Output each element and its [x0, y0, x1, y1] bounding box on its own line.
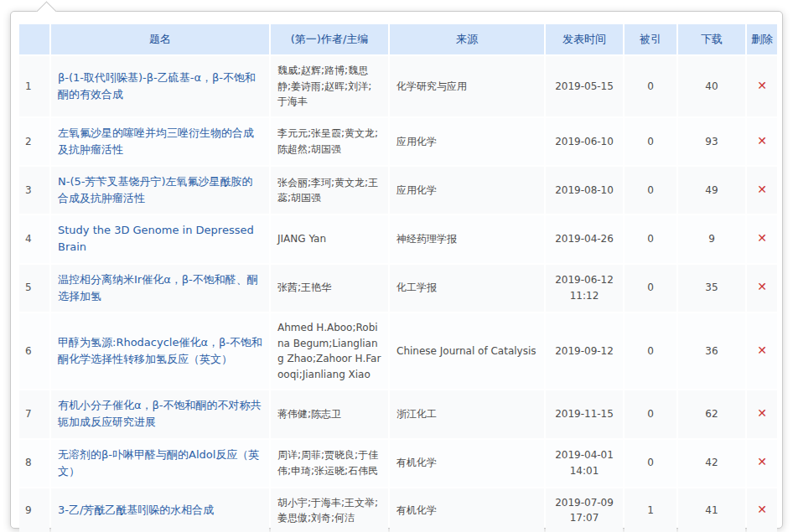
delete-cell: ✕: [747, 167, 777, 214]
row-number: 4: [19, 215, 49, 262]
delete-cell: ✕: [747, 390, 777, 437]
row-number: 8: [19, 440, 49, 487]
paper-title-link[interactable]: N-(5-芳苄叉基饶丹宁)左氧氟沙星酰胺的合成及抗肿瘤活性: [58, 175, 253, 204]
source-cell: 神经药理学报: [390, 215, 544, 262]
download-count-cell: 40: [678, 56, 745, 116]
header-authors: (第一)作者/主编: [271, 24, 388, 54]
source-cell: 应用化学: [390, 167, 544, 214]
table-row: 7 有机小分子催化α，β-不饱和酮的不对称共轭加成反应研究进展 蒋伟健;陈志卫 …: [19, 390, 777, 437]
cited-count-cell: 1: [625, 488, 676, 532]
delete-icon[interactable]: ✕: [757, 232, 767, 244]
delete-icon[interactable]: ✕: [757, 80, 767, 91]
delete-cell: ✕: [747, 265, 777, 312]
paper-title-link[interactable]: Study the 3D Genome in Depressed Brain: [58, 224, 254, 253]
cited-count-cell: 0: [625, 215, 676, 262]
paper-title-link[interactable]: 甲醇为氢源:Rhodacycle催化α，β-不饱和酮化学选择性转移加氢反应（英文…: [58, 336, 262, 365]
table-row: 1 β-(1-取代吲哚基)-β-乙硫基-α，β-不饱和酮的有效合成 魏威;赵辉;…: [19, 56, 777, 116]
authors-cell: 魏威;赵辉;路博;魏思静;姜诗雨;赵晖;刘洋;于海丰: [271, 56, 388, 116]
title-cell: β-(1-取代吲哚基)-β-乙硫基-α，β-不饱和酮的有效合成: [51, 56, 269, 116]
download-count-cell: 35: [678, 265, 745, 312]
cited-count-cell: 0: [625, 313, 676, 389]
delete-cell: ✕: [747, 488, 777, 532]
title-cell: 左氧氟沙星的噻唑并均三唑衍生物的合成及抗肿瘤活性: [51, 118, 269, 165]
authors-cell: 张会丽;李珂;黄文龙;王蕊;胡国强: [271, 167, 388, 214]
publish-date-cell: 2019-07-09 17:07: [546, 488, 623, 532]
header-publish-date: 发表时间: [546, 24, 623, 54]
delete-icon[interactable]: ✕: [757, 281, 767, 292]
header-index: [19, 24, 49, 54]
table-row: 8 无溶剂的β-卟啉甲醛与酮的Aldol反应（英文） 周详;周菲;贾晓良;于佳伟…: [19, 440, 777, 487]
row-number: 6: [19, 313, 49, 389]
delete-icon[interactable]: ✕: [757, 344, 767, 356]
table-row: 9 3-乙/芳酰乙酰基吲哚的水相合成 胡小宇;于海丰;王文举;姜思傲;刘奇;何洁…: [19, 488, 777, 532]
cited-count-cell: 0: [625, 390, 676, 437]
row-number: 1: [19, 56, 49, 116]
title-cell: 3-乙/芳酰乙酰基吲哚的水相合成: [51, 488, 269, 532]
authors-cell: 李元元;张呈霞;黄文龙;陈超然;胡国强: [271, 118, 388, 165]
delete-cell: ✕: [747, 118, 777, 165]
header-title: 题名: [51, 24, 269, 54]
paper-title-link[interactable]: 无溶剂的β-卟啉甲醛与酮的Aldol反应（英文）: [58, 448, 259, 478]
paper-title-link[interactable]: 温控相分离纳米Ir催化α，β-不饱和醛、酮选择加氢: [58, 273, 258, 302]
cited-count-cell: 0: [625, 118, 676, 165]
source-cell: 有机化学: [390, 488, 544, 532]
publish-date-cell: 2019-09-12: [546, 313, 623, 389]
authors-cell: 胡小宇;于海丰;王文举;姜思傲;刘奇;何洁: [271, 488, 388, 532]
results-popup-panel: 题名 (第一)作者/主编 来源 发表时间 被引 下载 删除 1 β-(1-取代吲…: [10, 11, 783, 529]
title-cell: 无溶剂的β-卟啉甲醛与酮的Aldol反应（英文）: [51, 440, 269, 487]
download-count-cell: 49: [678, 167, 745, 214]
title-cell: 温控相分离纳米Ir催化α，β-不饱和醛、酮选择加氢: [51, 265, 269, 312]
publish-date-cell: 2019-06-10: [546, 118, 623, 165]
table-row: 5 温控相分离纳米Ir催化α，β-不饱和醛、酮选择加氢 张茜;王艳华 化工学报 …: [19, 265, 777, 312]
publish-date-cell: 2019-04-26: [546, 215, 623, 262]
cited-count-cell: 0: [625, 56, 676, 116]
delete-icon[interactable]: ✕: [757, 456, 767, 467]
download-count-cell: 41: [678, 488, 745, 532]
delete-icon[interactable]: ✕: [757, 135, 767, 147]
download-count-cell: 93: [678, 118, 745, 165]
row-number: 7: [19, 390, 49, 437]
delete-icon[interactable]: ✕: [757, 407, 767, 419]
publish-date-cell: 2019-08-10: [546, 167, 623, 214]
header-download: 下载: [678, 24, 745, 54]
source-cell: Chinese Journal of Catalysis: [390, 313, 544, 389]
header-cited: 被引: [625, 24, 676, 54]
table-row: 4 Study the 3D Genome in Depressed Brain…: [19, 215, 777, 262]
source-cell: 化工学报: [390, 265, 544, 312]
title-cell: N-(5-芳苄叉基饶丹宁)左氧氟沙星酰胺的合成及抗肿瘤活性: [51, 167, 269, 214]
table-row: 6 甲醇为氢源:Rhodacycle催化α，β-不饱和酮化学选择性转移加氢反应（…: [19, 313, 777, 389]
cited-count-cell: 0: [625, 167, 676, 214]
table-row: 3 N-(5-芳苄叉基饶丹宁)左氧氟沙星酰胺的合成及抗肿瘤活性 张会丽;李珂;黄…: [19, 167, 777, 214]
row-number: 2: [19, 118, 49, 165]
delete-icon[interactable]: ✕: [757, 183, 767, 195]
publish-date-cell: 2019-11-15: [546, 390, 623, 437]
download-count-cell: 36: [678, 313, 745, 389]
download-count-cell: 42: [678, 440, 745, 487]
download-count-cell: 9: [678, 215, 745, 262]
paper-title-link[interactable]: 左氧氟沙星的噻唑并均三唑衍生物的合成及抗肿瘤活性: [58, 127, 254, 156]
title-cell: 有机小分子催化α，β-不饱和酮的不对称共轭加成反应研究进展: [51, 390, 269, 437]
authors-cell: 张茜;王艳华: [271, 265, 388, 312]
source-cell: 应用化学: [390, 118, 544, 165]
header-source: 来源: [390, 24, 544, 54]
table-header-row: 题名 (第一)作者/主编 来源 发表时间 被引 下载 删除: [19, 24, 777, 54]
row-number: 9: [19, 488, 49, 532]
download-count-cell: 62: [678, 390, 745, 437]
authors-cell: JIANG Yan: [271, 215, 388, 262]
authors-cell: 蒋伟健;陈志卫: [271, 390, 388, 437]
delete-cell: ✕: [747, 215, 777, 262]
publish-date-cell: 2019-06-12 11:12: [546, 265, 623, 312]
results-table: 题名 (第一)作者/主编 来源 发表时间 被引 下载 删除 1 β-(1-取代吲…: [18, 23, 779, 532]
row-number: 3: [19, 167, 49, 214]
paper-title-link[interactable]: β-(1-取代吲哚基)-β-乙硫基-α，β-不饱和酮的有效合成: [58, 71, 256, 101]
delete-cell: ✕: [747, 313, 777, 389]
authors-cell: 周详;周菲;贾晓良;于佳伟;申琦;张运晓;石伟民: [271, 440, 388, 487]
delete-icon[interactable]: ✕: [757, 504, 767, 515]
paper-title-link[interactable]: 3-乙/芳酰乙酰基吲哚的水相合成: [58, 504, 214, 516]
source-cell: 有机化学: [390, 440, 544, 487]
publish-date-cell: 2019-04-01 14:01: [546, 440, 623, 487]
header-delete: 删除: [747, 24, 777, 54]
paper-title-link[interactable]: 有机小分子催化α，β-不饱和酮的不对称共轭加成反应研究进展: [58, 399, 262, 428]
cited-count-cell: 0: [625, 265, 676, 312]
publish-date-cell: 2019-05-15: [546, 56, 623, 116]
